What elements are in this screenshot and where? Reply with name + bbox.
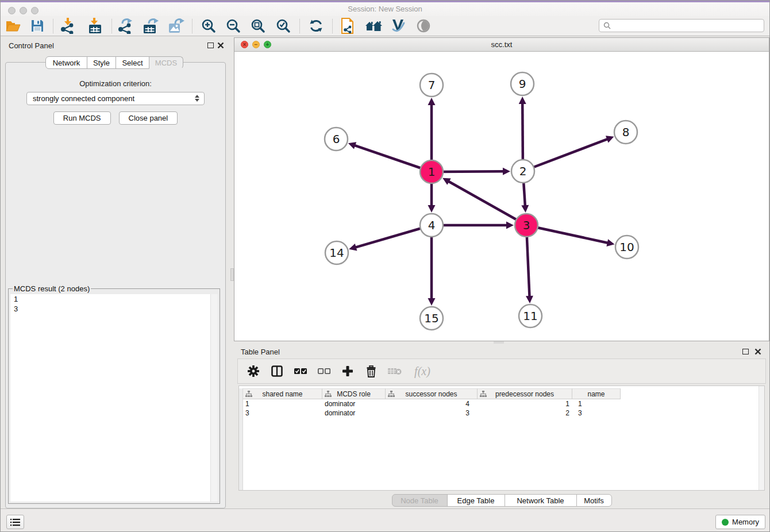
task-history-button[interactable]: [6, 515, 24, 529]
tab-edge-table[interactable]: Edge Table: [447, 494, 505, 507]
column-tree-icon: [325, 391, 332, 397]
table-panel-title: Table Panel: [241, 348, 280, 356]
export-image-button[interactable]: [167, 17, 186, 34]
network-canvas[interactable]: 7968124314101511: [234, 52, 770, 341]
optimization-criterion-value: strongly connected component: [33, 94, 134, 103]
tab-node-table[interactable]: Node Table: [392, 494, 448, 507]
refresh-button[interactable]: [306, 17, 326, 34]
network-window-titlebar[interactable]: × − + scc.txt: [234, 38, 769, 52]
export-table-button[interactable]: [141, 17, 161, 34]
graph-edge-arrowhead: [503, 168, 510, 175]
column-header-shared-name[interactable]: shared name: [243, 388, 322, 399]
export-network-button[interactable]: [116, 17, 136, 34]
graph-node-label: 6: [333, 132, 340, 146]
graph-edge-3-1[interactable]: [448, 181, 526, 225]
column-settings-button[interactable]: [246, 364, 261, 379]
deselect-all-columns-button[interactable]: [317, 364, 332, 379]
optimization-criterion-label: Optimization criterion:: [6, 79, 225, 88]
vizmapper-icon: [390, 18, 406, 33]
column-header-name[interactable]: name: [572, 388, 621, 399]
hide-panels-button[interactable]: [414, 17, 433, 34]
graph-edge-2-8[interactable]: [523, 138, 609, 171]
tab-mcds[interactable]: MCDS: [149, 56, 183, 69]
graph-edge-arrowhead: [526, 296, 533, 303]
vizmapper-button[interactable]: [388, 17, 408, 34]
application-window: Session: New Session: [0, 0, 770, 532]
tab-network[interactable]: Network: [45, 56, 87, 69]
column-header-mcds-role[interactable]: MCDS role: [322, 388, 386, 399]
graph-node-label: 3: [523, 218, 530, 232]
float-panel-icon[interactable]: [207, 43, 214, 48]
delete-column-button[interactable]: [364, 364, 379, 379]
gear-icon: [247, 365, 260, 377]
open-folder-icon: [5, 19, 21, 33]
refresh-icon: [309, 18, 324, 33]
import-table-button[interactable]: [86, 17, 105, 34]
select-chevrons-icon: [195, 95, 199, 102]
network-from-file-button[interactable]: [338, 17, 357, 34]
tab-motifs[interactable]: Motifs: [576, 494, 612, 507]
delete-table-button[interactable]: [387, 364, 402, 379]
zoom-in-button[interactable]: [199, 17, 218, 34]
function-builder-button[interactable]: f(x): [411, 364, 434, 379]
save-session-button[interactable]: [28, 17, 47, 34]
search-field[interactable]: [599, 19, 764, 32]
save-icon: [30, 19, 44, 33]
import-network-button[interactable]: [59, 17, 78, 34]
close-panel-icon[interactable]: [754, 348, 761, 355]
table-scrollbar[interactable]: [759, 386, 764, 490]
memory-button[interactable]: Memory: [715, 515, 765, 529]
export-network-icon: [118, 18, 134, 34]
memory-status-icon: [722, 519, 729, 526]
cell-shared-name: 1: [243, 399, 322, 408]
zoom-selected-icon: [276, 18, 291, 33]
select-all-columns-button[interactable]: [293, 364, 308, 379]
close-panel-button[interactable]: Close panel: [119, 111, 178, 125]
home-layout-button[interactable]: [364, 17, 383, 34]
cell-predecessor-nodes: 1: [478, 399, 572, 408]
float-panel-icon[interactable]: [742, 349, 749, 354]
houses-icon: [365, 19, 382, 33]
column-header-predecessor-nodes[interactable]: predecessor nodes: [478, 388, 572, 399]
table-row[interactable]: 1 dominator 4 1 1: [243, 399, 759, 408]
add-column-button[interactable]: [340, 364, 355, 379]
graph-node-label: 8: [622, 125, 630, 139]
tab-select[interactable]: Select: [116, 56, 149, 69]
split-columns-button[interactable]: [270, 364, 284, 379]
table-row[interactable]: 3 dominator 3 2 3: [243, 408, 759, 418]
network-canvas-container: 7968124314101511: [234, 52, 769, 341]
mcds-result-list[interactable]: 1 3: [10, 294, 218, 502]
graph-edge-arrowhead: [349, 244, 357, 250]
table-rows: 1 dominator 4 1 1 3 dominator 3 2 3: [243, 399, 759, 418]
tab-style[interactable]: Style: [87, 56, 116, 69]
run-mcds-button[interactable]: Run MCDS: [53, 111, 111, 125]
zoom-out-button[interactable]: [224, 17, 243, 34]
graph-node-label: 15: [424, 311, 438, 325]
table-toolbar: f(x): [237, 358, 766, 384]
control-panel: Control Panel Network Style Select MCDS …: [1, 36, 230, 510]
column-header-successor-nodes[interactable]: successor nodes: [386, 388, 478, 399]
control-panel-header: Control Panel: [1, 36, 230, 55]
zoom-fit-button[interactable]: [248, 17, 268, 34]
graph-node-label: 11: [523, 309, 537, 323]
cell-shared-name: 3: [243, 408, 322, 418]
graph-node-label: 10: [619, 240, 634, 254]
mcds-result-title: MCDS result (2 nodes): [13, 284, 91, 293]
main-titlebar: Session: New Session: [1, 2, 769, 16]
result-scrollbar[interactable]: [210, 294, 218, 502]
close-panel-icon[interactable]: [217, 42, 224, 49]
column-tree-icon: [480, 391, 487, 397]
row-header-gutter: [239, 388, 243, 490]
eye-icon: [416, 18, 431, 33]
optimization-criterion-select[interactable]: strongly connected component: [26, 92, 205, 105]
toolbar-separator: [53, 19, 53, 33]
graph-edge-3-10[interactable]: [526, 225, 609, 243]
search-input[interactable]: [611, 20, 764, 32]
zoom-selected-button[interactable]: [274, 17, 293, 34]
zoom-fit-icon: [251, 18, 265, 33]
open-session-button[interactable]: [3, 17, 23, 34]
list-icon: [10, 518, 20, 526]
tab-network-table[interactable]: Network Table: [505, 494, 577, 507]
graph-edge-1-6[interactable]: [353, 145, 432, 172]
graph-edge-arrowhead: [428, 205, 436, 213]
